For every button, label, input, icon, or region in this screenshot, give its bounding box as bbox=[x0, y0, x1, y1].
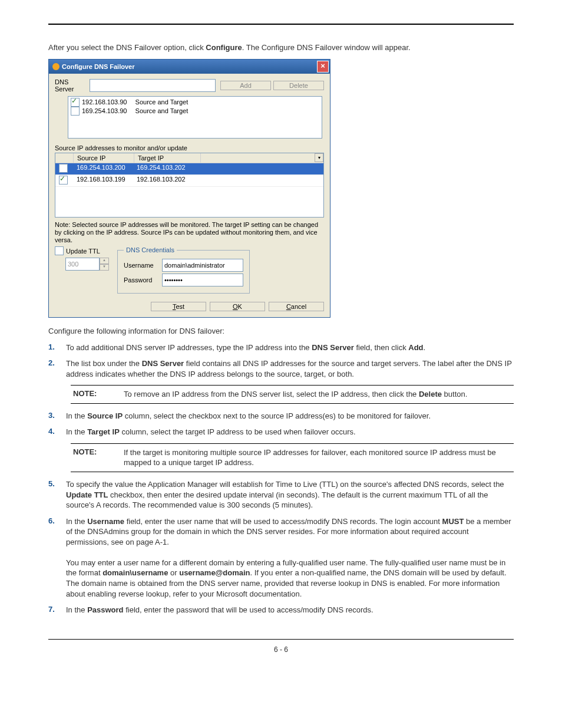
password-label: Password bbox=[124, 276, 156, 284]
table-header: Source IP Target IP ▾ bbox=[55, 153, 323, 163]
note-label: NOTE: bbox=[73, 389, 124, 400]
test-button[interactable]: Test bbox=[151, 302, 206, 311]
password-input[interactable] bbox=[162, 274, 243, 286]
target-ip-header: Target IP bbox=[134, 153, 201, 163]
close-icon[interactable]: × bbox=[317, 61, 329, 73]
dialog-note-text: Note: Selected source IP addresses will … bbox=[55, 221, 324, 245]
dialog-title-icon bbox=[52, 63, 59, 70]
source-ip-header: Source IP bbox=[74, 153, 134, 163]
username-label: Username bbox=[124, 262, 156, 269]
intro-paragraph: After you select the DNS Failover option… bbox=[48, 42, 514, 53]
step-number: 6. bbox=[48, 516, 66, 525]
configure-dns-failover-dialog: Configure DNS Failover × DNS Server Add … bbox=[48, 59, 330, 318]
page-number: 6 - 6 bbox=[48, 645, 514, 654]
note-box: NOTE: If the target is monitoring multip… bbox=[71, 443, 514, 472]
steps-list-cont: 3. In the Source IP column, select the c… bbox=[48, 411, 514, 437]
table-row[interactable]: 192.168.103.199 192.168.103.202 bbox=[55, 175, 323, 187]
bottom-rule bbox=[48, 639, 514, 640]
ip-mapping-table: Source IP Target IP ▾ 169.254.103.200 16… bbox=[55, 153, 324, 218]
configure-intro: Configure the following information for … bbox=[48, 326, 514, 337]
step-number: 1. bbox=[48, 342, 66, 351]
checkbox[interactable] bbox=[71, 107, 80, 116]
dns-credentials-group: DNS Credentials Username Password bbox=[117, 246, 250, 294]
step-number: 2. bbox=[48, 358, 66, 367]
credentials-legend: DNS Credentials bbox=[124, 246, 177, 253]
spinner-down-icon[interactable]: ▼ bbox=[100, 264, 109, 271]
cancel-button[interactable]: Cancel bbox=[269, 302, 324, 311]
checkbox[interactable] bbox=[59, 164, 68, 173]
step-number: 4. bbox=[48, 427, 66, 436]
source-ip-section-label: Source IP addresses to monitor and/or up… bbox=[55, 144, 324, 151]
note-label: NOTE: bbox=[73, 447, 124, 468]
delete-button[interactable]: Delete bbox=[273, 81, 324, 90]
checkbox[interactable] bbox=[59, 176, 68, 185]
steps-list-cont2: 5. To specify the value the Application … bbox=[48, 479, 514, 615]
chevron-down-icon[interactable]: ▾ bbox=[315, 153, 323, 162]
dns-server-list[interactable]: 192.168.103.90 Source and Target 169.254… bbox=[68, 96, 322, 139]
step-number: 3. bbox=[48, 411, 66, 420]
steps-list: 1. To add additional DNS server IP addre… bbox=[48, 342, 514, 380]
dialog-titlebar: Configure DNS Failover × bbox=[49, 60, 330, 74]
update-ttl-checkbox[interactable] bbox=[55, 246, 64, 255]
intro-bold-1: Configure bbox=[206, 43, 242, 52]
dns-server-label: DNS Server bbox=[55, 78, 87, 93]
dialog-title: Configure DNS Failover bbox=[62, 63, 134, 70]
step-number: 5. bbox=[48, 479, 66, 488]
add-button[interactable]: Add bbox=[220, 81, 271, 90]
intro-text-1: After you select the DNS Failover option… bbox=[48, 43, 206, 52]
checkbox[interactable] bbox=[71, 98, 80, 107]
list-item: 192.168.103.90 Source and Target bbox=[68, 98, 322, 107]
note-box: NOTE: To remove an IP address from the D… bbox=[71, 385, 514, 404]
ok-button[interactable]: OK bbox=[210, 302, 265, 311]
list-item: 169.254.103.90 Source and Target bbox=[68, 107, 322, 116]
step-number: 7. bbox=[48, 605, 66, 614]
spinner-up-icon[interactable]: ▲ bbox=[100, 258, 109, 264]
update-ttl-label: Update TTL bbox=[66, 248, 100, 255]
username-input[interactable] bbox=[162, 259, 243, 272]
dns-server-input[interactable] bbox=[90, 79, 216, 92]
table-row[interactable]: 169.254.103.200 169.254.103.202 bbox=[55, 163, 323, 175]
intro-text-2: . The Configure DNS Failover window will… bbox=[242, 43, 411, 52]
top-rule bbox=[48, 24, 514, 25]
update-ttl-input[interactable] bbox=[65, 258, 100, 271]
